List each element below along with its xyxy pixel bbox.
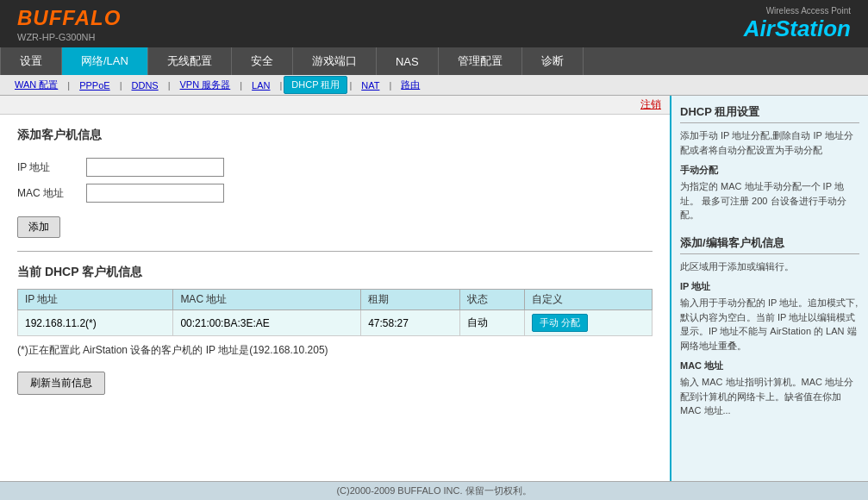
col-mac: MAC 地址 [173, 290, 361, 310]
add-section-title: 添加客户机信息 [17, 128, 653, 147]
logo-text: BUFFALO [17, 6, 121, 30]
nav-tab-security[interactable]: 安全 [232, 47, 293, 75]
mac-label: MAC 地址 [17, 186, 78, 201]
help-manual-title: 手动分配 [680, 164, 859, 177]
help-section-title: DHCP 租用设置 [680, 104, 859, 123]
col-custom: 自定义 [524, 290, 652, 310]
nav-tab-nas[interactable]: NAS [377, 47, 439, 75]
nav-tab-diag[interactable]: 诊断 [522, 47, 584, 75]
cell-mac: 00:21:00:BA:3E:AE [173, 310, 361, 336]
sub-tab-vpn[interactable]: VPN 服务器 [172, 76, 239, 94]
help-text1: 添加手动 IP 地址分配,删除自动 IP 地址分配或者将自动分配设置为手动分配 [680, 128, 859, 157]
help-mac-text: 输入 MAC 地址指明计算机。MAC 地址分配到计算机的网络卡上。缺省值在你加 … [680, 375, 859, 418]
logo-area: BUFFALO WZR-HP-G300NH [17, 6, 121, 42]
ip-form-row: IP 地址 [17, 158, 653, 177]
help-add-edit-text: 此区域用于添加或编辑行。 [680, 259, 859, 274]
cell-action: 手动 分配 [524, 310, 652, 336]
current-section-title: 当前 DHCP 客户机信息 [17, 265, 653, 280]
nav-tab-admin[interactable]: 管理配置 [439, 47, 522, 75]
logout-link[interactable]: 注销 [640, 97, 661, 112]
header: BUFFALO WZR-HP-G300NH Wireless Access Po… [0, 0, 868, 47]
nav-tab-gaming[interactable]: 游戏端口 [293, 47, 377, 75]
sub-tab-route[interactable]: 路由 [393, 76, 428, 94]
main-content: 添加客户机信息 IP 地址 MAC 地址 添加 当前 DHCP 客户机信息 [0, 115, 670, 481]
cell-ip: 192.168.11.2(*) [18, 310, 173, 336]
sub-tab-lan[interactable]: LAN [244, 78, 278, 93]
mac-input[interactable] [86, 184, 224, 203]
sub-tab-dhcp[interactable]: DHCP 租用 [284, 76, 347, 94]
page-wrapper: BUFFALO WZR-HP-G300NH Wireless Access Po… [0, 0, 868, 500]
main-nav: 设置 网络/LAN 无线配置 安全 游戏端口 NAS 管理配置 诊断 [0, 47, 868, 75]
footer-text: (C)2000-2009 BUFFALO INC. 保留一切权利。 [336, 484, 531, 497]
col-status: 状态 [460, 290, 524, 310]
ip-input[interactable] [86, 158, 224, 177]
sub-tab-ddns[interactable]: DDNS [124, 78, 166, 93]
sub-tab-nat[interactable]: NAT [353, 78, 387, 93]
footer: (C)2000-2009 BUFFALO INC. 保留一切权利。 [0, 481, 868, 500]
ip-label: IP 地址 [17, 160, 78, 175]
wireless-ap-text: Wireless Access Point [744, 6, 851, 16]
note-text: (*)正在配置此 AirStation 设备的客户机的 IP 地址是(192.1… [17, 343, 653, 358]
help-ip-text: 输入用于手动分配的 IP 地址。追加模式下,默认内容为空白。当前 IP 地址以编… [680, 296, 859, 353]
dhcp-table: IP 地址 MAC 地址 租期 状态 自定义 192.168.11.2(*) 0… [17, 289, 653, 336]
add-button[interactable]: 添加 [17, 216, 60, 238]
main-with-logout: 注销 添加客户机信息 IP 地址 MAC 地址 添加 当前 DHCP 客户机信息 [0, 96, 670, 481]
airstation-logo: AirStation [744, 16, 851, 42]
col-lease: 租期 [361, 290, 460, 310]
sub-nav: WAN 配置 | PPPoE | DDNS | VPN 服务器 | LAN | … [0, 75, 868, 96]
nav-tab-network[interactable]: 网络/LAN [62, 47, 148, 75]
cell-status: 自动 [460, 310, 524, 336]
airstation-area: Wireless Access Point AirStation [744, 6, 851, 42]
sub-tab-wan[interactable]: WAN 配置 [7, 76, 66, 94]
refresh-button[interactable]: 刷新当前信息 [17, 372, 105, 395]
sub-tab-pppoe[interactable]: PPPoE [72, 78, 117, 93]
table-row: 192.168.11.2(*) 00:21:00:BA:3E:AE 47:58:… [18, 310, 653, 336]
divider [17, 251, 653, 252]
help-mac-title: MAC 地址 [680, 359, 859, 372]
cell-lease: 47:58:27 [361, 310, 460, 336]
model-text: WZR-HP-G300NH [17, 32, 121, 42]
right-panel: DHCP 租用设置 添加手动 IP 地址分配,删除自动 IP 地址分配或者将自动… [670, 96, 868, 481]
nav-tab-settings[interactable]: 设置 [0, 47, 62, 75]
col-ip: IP 地址 [18, 290, 173, 310]
mac-form-row: MAC 地址 [17, 184, 653, 203]
help-manual-text: 为指定的 MAC 地址手动分配一个 IP 地址。 最多可注册 200 台设备进行… [680, 179, 859, 222]
logout-bar: 注销 [0, 96, 670, 115]
manual-assign-button[interactable]: 手动 分配 [532, 314, 588, 332]
body-area: 注销 添加客户机信息 IP 地址 MAC 地址 添加 当前 DHCP 客户机信息 [0, 96, 868, 481]
help-ip-title: IP 地址 [680, 280, 859, 293]
nav-tab-wireless[interactable]: 无线配置 [148, 47, 232, 75]
help-add-edit-title: 添加/编辑客户机信息 [680, 235, 859, 254]
